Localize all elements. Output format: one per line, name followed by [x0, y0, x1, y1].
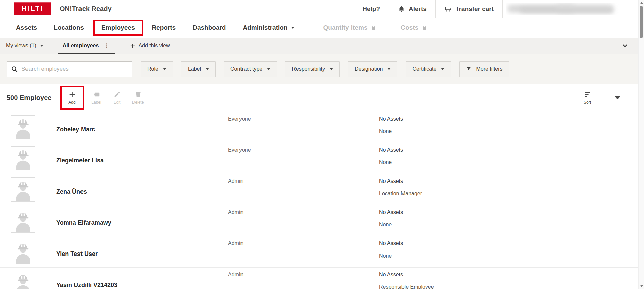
asset-count: No Assets [379, 240, 403, 246]
user-account-redacted[interactable] [506, 3, 630, 15]
filter-certificate[interactable]: Certificate [406, 61, 451, 77]
employee-row[interactable]: Yasin Uzdilli V214203 Admin No Assets Re… [0, 268, 638, 289]
view-tab-all-employees[interactable]: All employees ⋮ [58, 38, 116, 54]
employee-row[interactable]: Yomna Elfaramawy Admin No Assets None [0, 205, 638, 236]
caret-down-icon [267, 68, 270, 70]
alerts-label: Alerts [409, 5, 427, 13]
redaction-blur [520, 7, 613, 13]
employee-row[interactable]: Yien Test User Admin No Assets None [0, 236, 638, 268]
alerts-button[interactable]: Alerts [389, 0, 435, 18]
expand-views-button[interactable] [622, 38, 628, 54]
worker-icon [11, 209, 35, 232]
employee-list: Zobeley Marc Everyone No Assets None Zie… [0, 112, 638, 289]
employee-designation: None [379, 159, 392, 165]
tab-label: Costs [400, 24, 418, 31]
scrollbar [638, 0, 644, 289]
employee-role: Everyone [228, 147, 251, 153]
tab-label: Assets [16, 24, 37, 31]
tab-administration[interactable]: Administration [243, 24, 294, 31]
sort-button[interactable]: Sort [577, 87, 598, 108]
tab-label: Employees [101, 24, 135, 31]
annotation-box-add: Add [60, 86, 84, 110]
app-header: HILTI ON!Track Ready Help? Alerts [0, 0, 638, 18]
trash-icon [135, 91, 142, 98]
employee-role: Admin [228, 209, 243, 215]
employee-designation: None [379, 253, 392, 259]
asset-count: No Assets [379, 147, 403, 153]
tab-assets[interactable]: Assets [16, 24, 37, 31]
employee-avatar [11, 115, 35, 139]
search-input[interactable] [21, 66, 128, 72]
caret-down-icon [163, 68, 166, 70]
filter-label[interactable]: Label [181, 61, 216, 77]
caret-down-icon [615, 96, 620, 99]
my-views-label: My views (1) [6, 43, 36, 49]
tab-employees[interactable]: Employees [101, 24, 135, 31]
filter-contract-type[interactable]: Contract type [224, 61, 277, 77]
employee-designation: None [379, 222, 392, 228]
caret-down-icon [387, 68, 391, 70]
sort-label: Sort [584, 100, 591, 105]
filter-label: Designation [355, 66, 383, 72]
active-view-label: All employees [63, 43, 99, 49]
worker-icon [11, 147, 35, 170]
hilti-logo-text: HILTI [22, 5, 43, 13]
ontrack-employees-page: HILTI ON!Track Ready Help? Alerts [0, 0, 644, 289]
header-divider [502, 0, 503, 18]
caret-down-icon [291, 27, 294, 29]
employee-row[interactable]: Ziegelmeier Lisa Everyone No Assets None [0, 143, 638, 174]
employee-count: 500 Employee [7, 94, 57, 102]
my-views-dropdown[interactable]: My views (1) [6, 38, 51, 54]
filter-label: Label [188, 66, 201, 72]
tab-locations[interactable]: Locations [54, 24, 84, 31]
delete-label: Delete [132, 100, 144, 105]
caret-down-icon [40, 45, 43, 47]
filter-label: Contract type [230, 66, 262, 72]
more-filters-label: More filters [476, 66, 502, 72]
tab-reports[interactable]: Reports [152, 24, 176, 31]
app-title: ON!Track Ready [60, 5, 112, 13]
add-view-button[interactable]: Add this view [130, 38, 170, 54]
worker-icon [11, 271, 35, 289]
employee-row[interactable]: Zena Ünes Admin No Assets Location Manag… [0, 174, 638, 205]
employee-avatar [11, 271, 35, 289]
tab-label: Quantity items [323, 24, 368, 31]
employee-designation: Location Manager [379, 191, 422, 197]
employee-role: Admin [228, 240, 243, 246]
help-link[interactable]: Help? [354, 0, 389, 18]
scroll-down-arrow[interactable] [640, 285, 643, 287]
asset-count: No Assets [379, 272, 403, 278]
more-filters-button[interactable]: More filters [459, 61, 509, 77]
tab-costs: Costs [400, 24, 427, 31]
employee-role: Admin [228, 178, 243, 184]
caret-down-icon [441, 68, 444, 70]
worker-icon [11, 178, 35, 201]
employee-avatar [11, 240, 35, 264]
pencil-icon [114, 91, 121, 98]
hilti-logo: HILTI [14, 2, 51, 15]
search-box [7, 61, 132, 77]
annotation-box-employees: Employees [93, 20, 143, 36]
filter-designation[interactable]: Designation [348, 61, 398, 77]
employee-designation: None [379, 128, 392, 134]
tab-label: Dashboard [193, 24, 226, 31]
asset-count: No Assets [379, 209, 403, 215]
employee-name: Yomna Elfaramawy [56, 219, 111, 226]
employee-avatar [11, 177, 35, 202]
filter-responsibility[interactable]: Responsibility [285, 61, 340, 77]
add-view-label: Add this view [138, 43, 170, 49]
filter-role[interactable]: Role [141, 61, 173, 77]
tab-dashboard[interactable]: Dashboard [193, 24, 226, 31]
transfer-cart-button[interactable]: Transfer cart [436, 0, 502, 18]
scroll-up-arrow[interactable] [640, 2, 643, 4]
add-button[interactable]: Add [62, 87, 83, 108]
worker-icon [11, 116, 35, 139]
scrollbar-thumb[interactable] [640, 6, 643, 38]
delete-button: Delete [127, 87, 148, 108]
tag-icon [93, 91, 100, 98]
header-actions: Help? Alerts Tran [354, 0, 638, 18]
list-options-dropdown[interactable] [611, 91, 624, 104]
employee-row[interactable]: Zobeley Marc Everyone No Assets None [0, 112, 638, 143]
help-label: Help? [362, 5, 380, 13]
view-options-icon[interactable]: ⋮ [102, 43, 111, 49]
